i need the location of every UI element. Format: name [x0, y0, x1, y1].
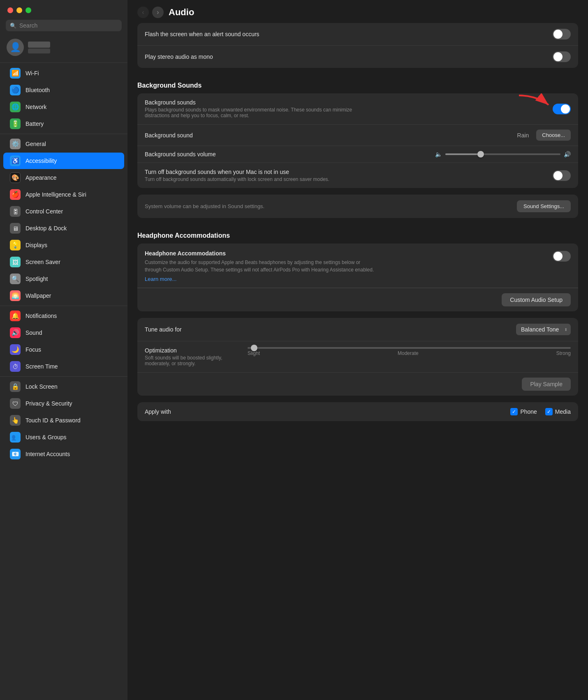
- sidebar-item-control-center[interactable]: 🎛Control Center: [3, 203, 124, 220]
- sidebar-item-screen-saver[interactable]: 🖼Screen Saver: [3, 254, 124, 270]
- apply-phone-checkbox[interactable]: ✓: [510, 408, 518, 415]
- sidebar-item-battery[interactable]: 🔋Battery: [3, 116, 124, 132]
- apply-phone-label: Phone: [520, 408, 537, 415]
- play-sample-button[interactable]: Play Sample: [522, 378, 571, 391]
- sidebar-item-label-privacy: Privacy & Security: [25, 400, 72, 407]
- headphone-heading: Headphone Accommodations: [137, 225, 578, 243]
- sidebar-item-label-general: General: [25, 141, 46, 147]
- focus-icon: 🌙: [10, 344, 21, 355]
- background-sound-label: Background sound: [145, 132, 517, 139]
- flash-screen-toggle[interactable]: [553, 29, 571, 39]
- sound-choice-controls: Rain Choose...: [517, 130, 571, 141]
- sidebar-item-notifications[interactable]: 🔔Notifications: [3, 308, 124, 324]
- apply-with-row: Apply with ✓ Phone ✓ Media: [137, 402, 578, 421]
- sidebar-item-focus[interactable]: 🌙Focus: [3, 341, 124, 358]
- background-sound-row: Background sound Rain Choose...: [137, 125, 578, 146]
- sidebar-item-label-screen-time: Screen Time: [25, 363, 58, 370]
- search-bar[interactable]: 🔍: [6, 20, 122, 31]
- fullscreen-button[interactable]: [25, 7, 31, 13]
- sidebar-item-desktop-dock[interactable]: 🖥Desktop & Dock: [3, 220, 124, 236]
- sidebar-item-touchid[interactable]: 👆Touch ID & Password: [3, 412, 124, 429]
- sound-value: Rain: [517, 132, 529, 139]
- top-bar: ‹ › Audio: [127, 0, 588, 23]
- sound-settings-button[interactable]: Sound Settings...: [517, 200, 571, 212]
- sidebar-item-spotlight[interactable]: 🔍Spotlight: [3, 271, 124, 287]
- slider-thumb[interactable]: [477, 151, 484, 158]
- privacy-icon: 🛡: [10, 398, 21, 409]
- sidebar-item-internet[interactable]: 📧Internet Accounts: [3, 446, 124, 462]
- apply-media-checkbox[interactable]: ✓: [545, 408, 553, 415]
- sidebar-item-label-battery: Battery: [25, 121, 44, 127]
- headphone-toggle[interactable]: [553, 251, 571, 262]
- sidebar-item-privacy[interactable]: 🛡Privacy & Security: [3, 395, 124, 412]
- sidebar-item-wifi[interactable]: 📶Wi-Fi: [3, 65, 124, 81]
- play-sample-row: Play Sample: [137, 373, 578, 396]
- sidebar-item-label-screen-saver: Screen Saver: [25, 259, 60, 265]
- background-sounds-toggle-row: Background sounds Plays background sound…: [137, 93, 578, 125]
- system-volume-hint: System volume can be adjusted in Sound s…: [145, 203, 264, 209]
- volume-label: Background sounds volume: [145, 151, 227, 158]
- optimization-thumb[interactable]: [251, 345, 257, 351]
- sidebar-item-apple-intelligence[interactable]: 🍎Apple Intelligence & Siri: [3, 186, 124, 203]
- sidebar-item-label-accessibility: Accessibility: [25, 158, 57, 164]
- optimization-labels: Slight Moderate Strong: [248, 350, 571, 356]
- sidebar-item-general[interactable]: ⚙️General: [3, 136, 124, 152]
- wallpaper-icon: 🌅: [10, 290, 21, 301]
- auto-off-info: Turn off background sounds when your Mac…: [145, 169, 329, 182]
- sidebar-item-label-lock-screen: Lock Screen: [25, 383, 58, 390]
- background-sounds-label: Background sounds: [145, 99, 359, 106]
- sidebar-item-network[interactable]: 🌐Network: [3, 99, 124, 115]
- user-subtitle: [28, 49, 50, 53]
- optimization-slider[interactable]: [248, 347, 571, 349]
- user-name: [28, 42, 50, 48]
- tune-section: Tune audio for Balanced Tone Vocal Range…: [137, 318, 578, 396]
- choose-button[interactable]: Choose...: [536, 130, 571, 141]
- background-sounds-desc: Plays background sounds to mask unwanted…: [145, 107, 359, 118]
- stereo-mono-toggle[interactable]: [553, 51, 571, 62]
- sidebar-item-label-bluetooth: Bluetooth: [25, 87, 50, 93]
- forward-button[interactable]: ›: [152, 7, 164, 18]
- sidebar-item-displays[interactable]: 💡Displays: [3, 237, 124, 253]
- custom-audio-button[interactable]: Custom Audio Setup: [502, 293, 571, 306]
- back-button[interactable]: ‹: [137, 7, 149, 18]
- sidebar-item-lock-screen[interactable]: 🔒Lock Screen: [3, 378, 124, 395]
- sidebar-item-sound[interactable]: 🔊Sound: [3, 325, 124, 341]
- system-volume-hint-row: System volume can be adjusted in Sound s…: [137, 195, 578, 218]
- sidebar-items-container: 📶Wi-Fi🔵Bluetooth🌐Network🔋Battery⚙️Genera…: [0, 65, 127, 463]
- learn-more-link[interactable]: Learn more...: [145, 276, 176, 282]
- volume-slider[interactable]: [445, 153, 560, 155]
- apple-intelligence-icon: 🍎: [10, 189, 21, 200]
- sidebar: 🔍 👤 📶Wi-Fi🔵Bluetooth🌐Network🔋Battery⚙️Ge…: [0, 0, 127, 700]
- top-toggles-section: Flash the screen when an alert sound occ…: [137, 23, 578, 68]
- toggle-and-arrow: [553, 104, 571, 114]
- general-icon: ⚙️: [10, 139, 21, 149]
- headphone-desc: Customize the audio for supported Apple …: [145, 259, 375, 274]
- opt-label-strong: Strong: [556, 350, 571, 356]
- sidebar-item-label-wifi: Wi-Fi: [25, 70, 39, 76]
- wifi-icon: 📶: [10, 68, 21, 79]
- sidebar-item-accessibility[interactable]: ♿Accessibility: [3, 153, 124, 169]
- auto-off-desc: Turn off background sounds automatically…: [145, 176, 329, 182]
- flash-screen-label: Flash the screen when an alert sound occ…: [145, 31, 553, 37]
- sidebar-item-label-notifications: Notifications: [25, 313, 57, 319]
- minimize-button[interactable]: [16, 7, 22, 13]
- sidebar-divider: [0, 63, 127, 63]
- auto-off-toggle[interactable]: [553, 170, 571, 181]
- headphone-info: Headphone Accommodations Customize the a…: [145, 250, 553, 283]
- stereo-mono-row: Play stereo audio as mono: [137, 46, 578, 68]
- close-button[interactable]: [7, 7, 13, 13]
- tune-audio-select-wrapper: Balanced Tone Vocal Range Brightness Cus…: [516, 324, 571, 335]
- sidebar-item-appearance[interactable]: 🎨Appearance: [3, 169, 124, 186]
- control-center-icon: 🎛: [10, 206, 21, 217]
- search-input[interactable]: [19, 22, 118, 29]
- sidebar-item-bluetooth[interactable]: 🔵Bluetooth: [3, 82, 124, 98]
- optimization-label: Optimization: [145, 347, 248, 354]
- sidebar-item-screen-time[interactable]: ⏱Screen Time: [3, 358, 124, 375]
- sidebar-item-wallpaper[interactable]: 🌅Wallpaper: [3, 287, 124, 304]
- battery-icon: 🔋: [10, 118, 21, 129]
- background-sounds-info: Background sounds Plays background sound…: [145, 99, 359, 118]
- background-sounds-toggle[interactable]: [553, 104, 571, 114]
- sidebar-item-users[interactable]: 👥Users & Groups: [3, 429, 124, 445]
- user-info: [28, 42, 50, 53]
- tune-audio-select[interactable]: Balanced Tone Vocal Range Brightness Cus…: [516, 324, 571, 335]
